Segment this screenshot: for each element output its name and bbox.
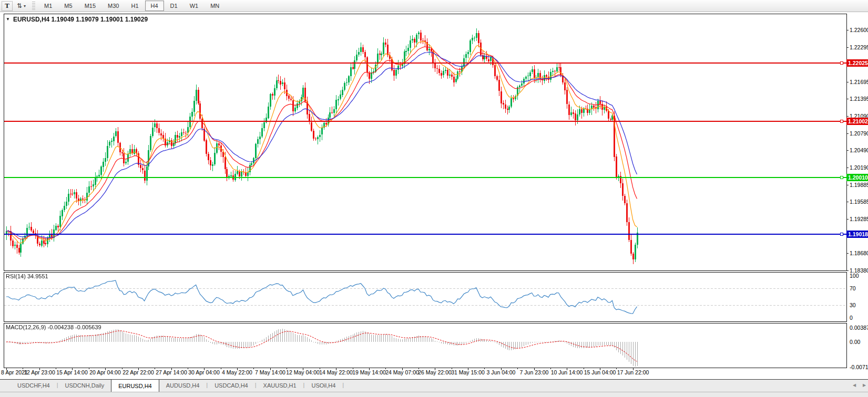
price-axis-tick (846, 150, 849, 151)
price-axis-tick (846, 30, 849, 30)
rsi-axis-label: 100 (850, 273, 859, 279)
rsi-indicator-label: RSI(14) 34.9551 (6, 273, 48, 279)
resistance-line-upper-handle[interactable] (840, 61, 843, 65)
rsi-axis-label: 0 (850, 315, 853, 321)
text-tool-button[interactable]: T (2, 1, 13, 11)
support-line-price-badge: 1.20010 (846, 174, 868, 181)
date-axis-label: 10 Jun 14:00 (551, 369, 583, 375)
timeframe-button-m5[interactable]: M5 (58, 1, 78, 11)
support-line[interactable] (4, 177, 846, 178)
price-axis-label: 1.20790 (850, 130, 868, 137)
timeframe-button-h4[interactable]: H4 (145, 1, 164, 11)
date-axis-label: 31 May 15:00 (451, 369, 485, 375)
timeframe-toolbar: M1M5M15M30H1H4D1W1MN (38, 1, 225, 11)
macd-canvas[interactable] (4, 323, 846, 368)
price-axis-label: 1.20490 (850, 147, 868, 153)
arrows-tool-button[interactable]: ⇅ ▾ (14, 1, 28, 11)
price-chart-canvas[interactable] (4, 14, 846, 270)
chart-tab-usoil-h4[interactable]: USOil,H4 (304, 380, 342, 392)
resistance-line-lower[interactable] (4, 121, 846, 122)
chart-tab-usdchf-h4[interactable]: USDCHF,H4 (11, 380, 57, 392)
timeframe-button-m1[interactable]: M1 (38, 1, 58, 11)
top-toolbar: T ⇅ ▾ M1M5M15M30H1H4D1W1MN (0, 0, 868, 12)
chart-tab-eurusd-h4[interactable]: EURUSD,H4 (111, 379, 159, 392)
current-price-line[interactable] (4, 234, 846, 235)
chart-tabs-bar: USDCHF,H4|USDCNH,DailyEURUSD,H4AUDUSD,H4… (0, 379, 868, 392)
timeframe-button-d1[interactable]: D1 (165, 1, 183, 11)
price-axis-tick (846, 270, 849, 271)
price-axis-label: 1.21395 (850, 96, 868, 102)
date-axis-label: 26 May 22:00 (418, 369, 452, 375)
date-axis-minor-tick (517, 368, 518, 369)
macd-axis-label: 0.00 (850, 339, 860, 345)
date-axis-label: 20 Apr 04:00 (89, 369, 121, 375)
price-axis-tick (846, 116, 849, 117)
chart-tab-usdcad-h4[interactable]: USDCAD,H4 (208, 380, 255, 392)
resistance-line-lower-handle[interactable] (840, 120, 843, 123)
date-axis-label: 24 May 07:00 (385, 369, 419, 375)
resistance-line-upper[interactable] (4, 62, 846, 64)
status-bar (0, 392, 868, 397)
date-axis-minor-tick (253, 368, 254, 369)
rsi-canvas[interactable] (4, 273, 846, 321)
timeframe-button-m15[interactable]: M15 (79, 1, 101, 11)
chart-title-triangle-icon: ▼ (6, 17, 10, 22)
date-axis-label: 7 May 14:00 (255, 369, 285, 375)
current-price-line-price-badge: 1.19018 (846, 231, 868, 238)
timeframe-button-h1[interactable]: H1 (125, 1, 144, 11)
chart-tab-xauusd-h1[interactable]: XAUUSD,H1 (257, 380, 303, 392)
arrows-icon: ⇅ (17, 3, 22, 9)
price-axis-tick (846, 219, 849, 220)
date-axis-label: 3 Jun 04:00 (487, 369, 516, 375)
price-axis-tick (846, 99, 849, 99)
rsi-axis-label: 30 (850, 302, 856, 308)
chevron-down-icon: ▾ (24, 4, 26, 8)
tab-separator: | (342, 380, 344, 392)
price-axis-tick (846, 253, 849, 254)
timeframe-button-w1[interactable]: W1 (184, 1, 205, 11)
price-axis-label: 1.20190 (850, 164, 868, 171)
chart-title: ▼EURUSD,H4 1.19049 1.19079 1.19001 1.190… (6, 16, 148, 23)
tab-scroll-left-button[interactable]: ◀ (853, 383, 856, 388)
rsi-axis-label: 70 (850, 285, 856, 291)
date-axis-label: 27 Apr 14:00 (156, 369, 187, 375)
chart-tab-usdcnh-daily[interactable]: USDCNH,Daily (58, 380, 111, 392)
trading-terminal-window: T ⇅ ▾ M1M5M15M30H1H4D1W1MN ▼EURUSD,H4 1.… (0, 0, 868, 397)
date-axis-label: 14 May 22:00 (319, 369, 353, 375)
date-axis-label: 4 May 22:00 (222, 369, 252, 375)
price-axis-tick (846, 185, 849, 185)
price-axis-label: 1.19285 (850, 216, 868, 222)
support-line-handle[interactable] (840, 176, 843, 179)
date-axis-minor-tick (221, 368, 221, 369)
date-axis-label: 12 May 04:00 (286, 369, 320, 375)
date-axis-label: 15 Jun 04:00 (584, 369, 616, 375)
price-axis-label: 1.19885 (850, 182, 868, 188)
price-axis-tick (846, 47, 849, 48)
price-axis-tick (846, 202, 849, 202)
date-axis-label: 15 Apr 14:00 (56, 369, 88, 375)
timeframe-button-mn[interactable]: MN (205, 1, 225, 11)
text-tool-icon: T (5, 2, 9, 10)
timeframe-button-m30[interactable]: M30 (102, 1, 125, 11)
price-axis-label: 1.22295 (850, 44, 868, 50)
date-axis-label: 17 Jun 22:00 (617, 369, 649, 375)
price-axis-tick (846, 168, 849, 168)
resistance-line-upper-price-badge: 1.22025 (846, 59, 868, 67)
macd-axis-label: 0.003873 (850, 325, 868, 331)
date-axis-label: 30 Apr 04:00 (188, 369, 220, 375)
price-axis-tick (846, 82, 849, 82)
date-axis-label: 12 Apr 23:00 (24, 369, 55, 375)
date-axis-label: 19 May 14:00 (352, 369, 386, 375)
date-axis-label: 22 Apr 22:00 (122, 369, 154, 375)
tab-scroll-right-button[interactable]: ▶ (863, 383, 866, 388)
date-axis-label: 7 Jun 23:00 (520, 369, 549, 375)
price-axis-label: 1.18680 (850, 250, 868, 256)
price-axis-label: 1.19585 (850, 198, 868, 205)
price-axis-label: 1.21695 (850, 79, 868, 85)
chart-tab-audusd-h4[interactable]: AUDUSD,H4 (159, 380, 207, 392)
toolbar-grip (32, 2, 35, 10)
price-axis-tick (846, 133, 849, 134)
chart-title-text: EURUSD,H4 1.19049 1.19079 1.19001 1.1902… (13, 16, 148, 23)
macd-axis-label: -0.00719 (850, 364, 868, 370)
current-price-line-handle[interactable] (840, 233, 843, 236)
